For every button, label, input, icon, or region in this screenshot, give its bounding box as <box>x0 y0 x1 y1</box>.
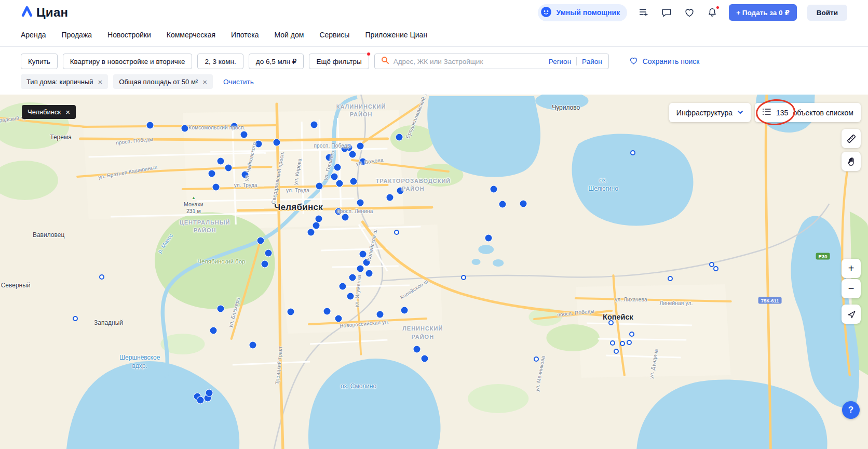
close-icon[interactable]: × <box>202 78 207 86</box>
map-label: Линейная ул. <box>660 300 693 306</box>
cian-logo-icon <box>21 6 33 19</box>
map-label: Вавиловец <box>33 231 64 239</box>
map-label: просп. Победы <box>557 308 594 318</box>
main-nav: Аренда Продажа Новостройки Коммерческая … <box>0 23 868 47</box>
price-button[interactable]: до 6,5 млн ₽ <box>249 54 304 69</box>
filter-chip-house-type: Тип дома: кирпичный × <box>21 74 108 89</box>
map-label: ул. Труда <box>286 188 309 193</box>
locate-me-button[interactable] <box>842 305 861 324</box>
map-label: Терема <box>50 134 72 141</box>
map-label: ул. Братьев Кашириных <box>98 164 157 180</box>
zoom-out-button[interactable]: − <box>842 279 861 298</box>
filter-chip-area: Общая площадь от 50 м² × <box>113 74 213 89</box>
filter-row-main: Купить Квартиру в новостройке и вторичке… <box>21 54 847 69</box>
page: Циан Умный помощник + Подать за <box>0 0 868 449</box>
map-top-right-buttons: Инфраструктура 135 объектов списком <box>669 103 861 122</box>
search-input[interactable] <box>394 58 545 65</box>
region-links: Регион Район <box>549 57 602 65</box>
nav-item-prilozhenie[interactable]: Приложение Циан <box>365 31 427 39</box>
map-label: ТРАКТОРОЗАВОДСКИЙ РАЙОН <box>375 177 451 193</box>
nav-item-moy-dom[interactable]: Мой дом <box>275 31 304 39</box>
filter-panel: Купить Квартиру в новостройке и вторичке… <box>0 47 868 95</box>
map-label: Копейск <box>603 313 633 321</box>
search-icon <box>381 56 389 67</box>
objects-count: 135 <box>776 109 788 117</box>
objects-label: объектов списком <box>793 109 853 117</box>
map-label: Бродокалмакский тракт <box>404 95 432 139</box>
city-filter-chip[interactable]: Челябинск × <box>22 105 76 119</box>
map-label: ул. Горького <box>322 150 336 181</box>
smart-assistant-label: Умный помощник <box>556 8 620 17</box>
rooms-button[interactable]: 2, 3 комн. <box>197 54 243 69</box>
map-label: Комсомольский просп. <box>188 124 245 130</box>
map-label: Западный <box>94 319 123 326</box>
map-label: ул. Лихачева <box>615 297 647 302</box>
map-container: ЧелябинскКопейскЧуриловоТеремаВавиловецЗ… <box>0 95 868 449</box>
infrastructure-button[interactable]: Инфраструктура <box>669 103 751 122</box>
map-label: просп. Победы <box>116 136 154 145</box>
nav-item-prodazha[interactable]: Продажа <box>62 31 92 39</box>
chevron-down-icon <box>737 109 743 117</box>
map-label: ул. Игуменка <box>354 274 362 307</box>
filter-row-chips: Тип дома: кирпичный × Общая площадь от 5… <box>21 74 847 89</box>
map-label: ЛЕНИНСКИЙ РАЙОН <box>402 325 443 341</box>
smart-assistant-button[interactable]: Умный помощник <box>538 4 627 21</box>
messages-icon[interactable] <box>660 6 673 19</box>
map-label: просп. Ленина <box>337 208 373 214</box>
notification-dot <box>716 6 720 9</box>
cian-logo[interactable]: Циан <box>21 5 68 20</box>
deal-type-button[interactable]: Купить <box>21 54 58 69</box>
top-bar-right: Умный помощник + Подать за 0 ₽ Войти <box>538 4 847 21</box>
close-icon[interactable]: × <box>98 78 103 86</box>
map-label: Челябинский бор <box>197 258 245 265</box>
map-label: оз. Смолино <box>341 382 376 390</box>
infrastructure-label: Инфраструктура <box>676 109 733 117</box>
more-filters-notification-dot <box>367 52 371 56</box>
region-link[interactable]: Регион <box>549 58 571 65</box>
map-label: Монахи 231 м <box>184 196 203 216</box>
pan-hand-tool-button[interactable] <box>842 152 861 171</box>
search-box[interactable]: Регион Район <box>374 54 609 69</box>
chip-label: Общая площадь от 50 м² <box>119 78 198 86</box>
object-type-button[interactable]: Квартиру в новостройке и вторичке <box>63 54 193 69</box>
map-labels-layer: ЧелябинскКопейскЧуриловоТеремаВавиловецЗ… <box>0 95 868 449</box>
objects-list-button[interactable]: 135 объектов списком <box>755 103 861 122</box>
more-filters-label: Ещё фильтры <box>316 58 361 65</box>
saved-searches-icon[interactable] <box>638 6 650 19</box>
clear-filters-button[interactable]: Очистить <box>223 78 254 86</box>
chip-label: Тип дома: кирпичный <box>26 78 93 86</box>
logo-text: Циан <box>36 5 68 20</box>
map-label: 75К-611 <box>758 297 782 304</box>
favorites-icon[interactable] <box>683 6 696 19</box>
map-label: Новороссийская ул. <box>340 319 390 328</box>
heart-icon <box>629 56 639 67</box>
map-label: Копейское ш. <box>399 278 430 300</box>
assistant-avatar-icon <box>540 6 552 19</box>
divider <box>576 57 577 65</box>
login-button[interactable]: Войти <box>807 5 847 21</box>
save-search-button[interactable]: Сохранить поиск <box>629 56 700 67</box>
close-icon[interactable]: × <box>65 108 70 116</box>
post-ad-button[interactable]: + Подать за 0 ₽ <box>729 4 797 21</box>
nav-item-kommercheskaya[interactable]: Коммерческая <box>167 31 215 39</box>
top-bar: Циан Умный помощник + Подать за <box>0 0 868 23</box>
map-label: ул. Труда <box>234 182 257 188</box>
more-filters-button[interactable]: Ещё фильтры <box>309 54 369 69</box>
zoom-in-button[interactable]: + <box>842 259 861 278</box>
nav-item-ipoteka[interactable]: Ипотека <box>231 31 259 39</box>
help-button[interactable]: ? <box>842 401 860 419</box>
nav-item-servisy[interactable]: Сервисы <box>319 31 349 39</box>
save-search-label: Сохранить поиск <box>643 57 700 65</box>
ruler-tool-button[interactable] <box>842 129 861 148</box>
list-icon <box>762 108 771 117</box>
district-link[interactable]: Район <box>582 58 602 65</box>
map-label: E30 <box>816 253 830 259</box>
nav-item-novostroyki[interactable]: Новостройки <box>107 31 151 39</box>
nav-item-arenda[interactable]: Аренда <box>21 31 46 39</box>
map-label: ЦЕНТРАЛЬНЫЙ РАЙОН <box>180 218 230 234</box>
map-label: КАЛИНИНСКИЙ РАЙОН <box>336 102 386 118</box>
map-label: ул. Мечникова <box>534 355 546 392</box>
notifications-bell-icon[interactable] <box>706 6 718 19</box>
map-label: р. Миасс <box>156 233 174 255</box>
map-label: Чурилово <box>552 104 580 111</box>
